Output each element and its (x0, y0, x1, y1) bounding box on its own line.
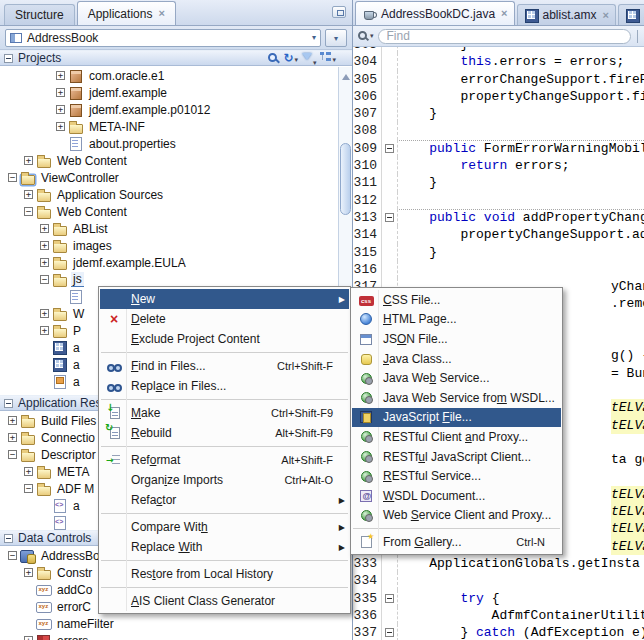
expand-icon[interactable]: + (40, 224, 49, 233)
tree-item-com-oracle-e1[interactable]: +com.oracle.e1 (0, 67, 338, 84)
expand-icon[interactable]: + (8, 433, 17, 442)
collapse-icon[interactable] (4, 399, 13, 408)
expand-icon[interactable]: + (40, 258, 49, 267)
menu-item-organize-imports[interactable]: Organize ImportsCtrl+Alt-O (100, 470, 349, 490)
menu-shortcut: Ctrl-N (516, 536, 561, 548)
tree-item-web-content[interactable]: +Web Content (0, 152, 338, 169)
collapse-icon[interactable] (4, 54, 13, 63)
fold-collapse-icon[interactable] (385, 594, 394, 603)
scroll-up-icon[interactable] (342, 70, 350, 80)
collapse-icon[interactable]: − (8, 551, 17, 560)
close-icon[interactable]: × (158, 8, 164, 19)
filter-icon[interactable]: ▾ (302, 48, 317, 68)
menu-item-make[interactable]: MakeCtrl+Shift-F9 (100, 403, 349, 423)
menu-item-replace-in-files[interactable]: Replace in Files... (100, 376, 349, 396)
menu-item-find-in-files[interactable]: Find in Files...Ctrl+Shift-F (100, 356, 349, 376)
menu-item-html-page[interactable]: HTML Page... (352, 310, 561, 330)
scrollbar-thumb[interactable] (340, 143, 351, 215)
fold-collapse-icon[interactable] (385, 213, 394, 222)
tree-settings-icon[interactable]: ▾ (320, 51, 336, 65)
collapse-icon[interactable]: − (8, 173, 17, 182)
menu-item-new[interactable]: New▶ (100, 289, 349, 309)
tree-item-label: a (71, 375, 82, 389)
expand-icon[interactable]: + (8, 416, 17, 425)
code-line: 304 this.errors = errors; (353, 53, 644, 70)
menu-item-web-service-client-and-proxy[interactable]: Web Service Client and Proxy... (352, 506, 561, 526)
menu-item-rebuild[interactable]: RebuildAlt+Shift-F9 (100, 423, 349, 443)
collapse-icon[interactable]: − (40, 275, 49, 284)
fold-collapse-icon[interactable] (385, 628, 394, 637)
expand-icon[interactable]: + (40, 309, 49, 318)
tab-ablist-amx[interactable]: ablist.amx × (517, 4, 616, 25)
minimize-panel-button[interactable] (332, 6, 346, 18)
expand-icon[interactable]: + (24, 636, 33, 640)
workspace-selector[interactable]: AddressBook ▾ (5, 29, 321, 47)
tree-item-jdemf-example-p01012[interactable]: +jdemf.example.p01012 (0, 101, 338, 118)
workspace-menu-button[interactable]: ▾ (325, 29, 347, 47)
menu-item-restful-service[interactable]: RESTful Service... (352, 466, 561, 486)
expand-icon[interactable]: + (56, 105, 65, 114)
tree-item-images[interactable]: +images (0, 237, 338, 254)
search-icon[interactable] (357, 30, 369, 42)
menu-item-delete[interactable]: ×Delete (100, 309, 349, 329)
expand-icon[interactable]: + (24, 190, 33, 199)
expand-icon[interactable]: + (40, 326, 49, 335)
tree-item-jdemf-example-eula[interactable]: +jdemf.example.EULA (0, 254, 338, 271)
collapse-icon[interactable]: − (24, 207, 33, 216)
find-input[interactable] (378, 29, 631, 44)
menu-item-exclude-project-content[interactable]: Exclude Project Content (100, 329, 349, 349)
tree-item-jdemf-example[interactable]: +jdemf.example (0, 84, 338, 101)
menu-item-wsdl-document[interactable]: WSDL Document... (352, 486, 561, 506)
tree-item-label: AddressBo (39, 549, 102, 563)
expand-icon[interactable]: + (56, 71, 65, 80)
search-icon[interactable] (266, 52, 279, 64)
close-icon[interactable]: × (501, 8, 507, 19)
menu-item-ais-client-class-generator[interactable]: AIS Client Class Generator (100, 591, 349, 611)
dc-icon (20, 549, 36, 562)
refresh-icon[interactable]: ↻▾ (283, 51, 298, 65)
tab-applications[interactable]: Applications × (77, 1, 176, 25)
menu-item-replace-with[interactable]: Replace With▶ (100, 537, 349, 557)
expand-icon[interactable]: + (56, 88, 65, 97)
expand-icon[interactable]: + (56, 122, 65, 131)
expand-icon[interactable]: + (24, 467, 33, 476)
html-icon (360, 313, 372, 325)
tree-item-errors[interactable]: +errors (0, 632, 352, 640)
menu-item-restful-javascript-client[interactable]: RESTful JavaScript Client... (352, 447, 561, 467)
tree-item-application-sources[interactable]: +Application Sources (0, 186, 338, 203)
menu-item-compare-with[interactable]: Compare With▶ (100, 517, 349, 537)
menu-item-restful-client-and-proxy[interactable]: RESTful Client and Proxy... (352, 427, 561, 447)
menu-item-from-gallery[interactable]: From Gallery...Ctrl-N (352, 532, 561, 552)
collapse-icon[interactable]: − (24, 484, 33, 493)
menu-item-java-web-service-from-wsdl[interactable]: Java Web Service from WSDL... (352, 388, 561, 408)
menu-icon-cell (354, 333, 378, 345)
menu-item-label: Web Service Client and Proxy... (378, 508, 551, 522)
tree-item-meta-inf[interactable]: +META-INF (0, 118, 338, 135)
tab-abdet[interactable]: abdet (618, 4, 644, 25)
collapse-icon[interactable]: − (8, 450, 17, 459)
menu-item-refactor[interactable]: Refactor▶ (100, 490, 349, 510)
folder-icon (52, 256, 68, 269)
menu-item-restore-from-local-history[interactable]: Restore from Local History (100, 564, 349, 584)
menu-item-reformat[interactable]: ReformatAlt+Shift-F (100, 450, 349, 470)
expand-icon[interactable]: + (24, 156, 33, 165)
tab-addressbookdc-java[interactable]: AddressBookDC.java × (355, 1, 515, 25)
tree-item-ablist[interactable]: +ABList (0, 220, 338, 237)
expand-icon[interactable]: + (24, 568, 33, 577)
tree-item-viewcontroller[interactable]: −ViewController (0, 169, 338, 186)
menu-item-java-class[interactable]: Java Class... (352, 349, 561, 369)
close-icon[interactable]: × (603, 10, 609, 21)
tab-structure[interactable]: Structure (4, 4, 75, 25)
menu-item-css-file[interactable]: CSS File... (352, 290, 561, 310)
expand-icon[interactable]: + (40, 241, 49, 250)
collapse-icon[interactable] (4, 534, 13, 543)
menu-item-java-web-service[interactable]: Java Web Service... (352, 368, 561, 388)
menu-item-json-file[interactable]: JSON File... (352, 329, 561, 349)
tree-item-web-content[interactable]: −Web Content (0, 203, 338, 220)
line-number: 313 (353, 209, 382, 226)
tree-item-about-properties[interactable]: about.properties (0, 135, 338, 152)
menu-item-javascript-file[interactable]: JavaScript File... (352, 408, 561, 428)
fold-collapse-icon[interactable] (385, 144, 394, 153)
chevron-down-icon[interactable]: ▾ (370, 32, 374, 40)
tree-item-namefilter[interactable]: nameFilter (0, 615, 352, 632)
